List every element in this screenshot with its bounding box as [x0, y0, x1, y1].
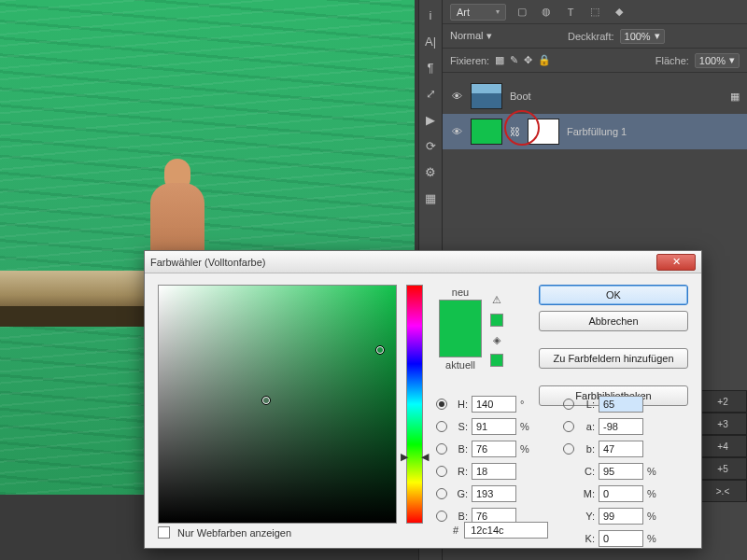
layer-thumbnail[interactable]	[471, 83, 502, 109]
sat-radio[interactable]	[436, 421, 447, 432]
chevron-down-icon: ▾	[496, 7, 500, 16]
current-color-swatch[interactable]	[440, 329, 481, 357]
hex-field[interactable]	[464, 522, 548, 539]
saturation-value-field[interactable]	[158, 285, 397, 524]
kind-filter-label: Art	[457, 7, 470, 18]
play-icon[interactable]: ▶	[421, 110, 440, 129]
layers-panel: 👁 Boot ▦ 👁 ⛓ Farbfüllung 1	[443, 73, 747, 155]
layer-row[interactable]: 👁 Boot ▦	[443, 78, 747, 114]
info-icon[interactable]: i	[421, 6, 440, 24]
lock-move-icon[interactable]: ✥	[524, 54, 532, 66]
bright-radio[interactable]	[436, 443, 447, 455]
a-field[interactable]	[599, 418, 643, 435]
character-panel-icon[interactable]: A|	[421, 32, 440, 50]
r-radio[interactable]	[436, 466, 447, 477]
cancel-button[interactable]: Abbrechen	[539, 311, 688, 331]
panel-tab[interactable]: +4	[698, 435, 747, 457]
lock-brush-icon[interactable]: ✎	[510, 54, 518, 66]
s-label: S:	[451, 421, 468, 432]
k-label: K:	[578, 533, 595, 544]
blend-mode-dropdown[interactable]: Normal ▾	[450, 30, 562, 42]
panel-tab[interactable]: +3	[698, 413, 747, 435]
c-label: C:	[578, 466, 595, 477]
collapsed-panel-tabs: +2 +3 +4 +5 >.<	[698, 390, 747, 502]
fill-field[interactable]: 100%▾	[695, 53, 740, 68]
blend-mode-label: Normal	[450, 30, 483, 41]
m-field[interactable]	[599, 485, 643, 502]
layer-name[interactable]: Farbfüllung 1	[567, 126, 627, 137]
unit-label: °	[520, 399, 533, 410]
g-field[interactable]	[472, 485, 516, 502]
gamut-color-swatch[interactable]	[490, 314, 503, 327]
unit-label: %	[647, 511, 660, 522]
r-field[interactable]	[472, 463, 516, 480]
unit-label: %	[647, 533, 660, 544]
l-field[interactable]	[599, 396, 643, 413]
lock-all-icon[interactable]: 🔒	[538, 54, 551, 66]
filter-adjust-icon[interactable]: ◍	[538, 4, 555, 21]
a-radio[interactable]	[563, 421, 574, 432]
new-color-swatch[interactable]	[440, 301, 481, 329]
a-label: a:	[578, 421, 595, 432]
kind-filter-dropdown[interactable]: Art ▾	[450, 4, 506, 21]
y-field[interactable]	[599, 508, 643, 525]
visibility-eye-icon[interactable]: 👁	[450, 90, 463, 103]
filter-pixel-icon[interactable]: ▢	[514, 4, 530, 21]
add-to-swatches-button[interactable]: Zu Farbfeldern hinzufügen	[539, 348, 688, 369]
hue-slider[interactable]	[406, 285, 423, 524]
layer-row[interactable]: 👁 ⛓ Farbfüllung 1	[443, 114, 747, 149]
filter-shape-icon[interactable]: ⬚	[586, 4, 603, 21]
l-label: L:	[578, 399, 595, 410]
color-cursor[interactable]	[261, 396, 271, 405]
websafe-color-swatch[interactable]	[490, 354, 503, 367]
hue-slider-thumb[interactable]: ▶◀	[401, 451, 429, 460]
filter-type-icon[interactable]: T	[562, 4, 579, 21]
panel-tab[interactable]: >.<	[698, 480, 747, 502]
panel-tab[interactable]: +5	[698, 457, 747, 480]
c-field[interactable]	[599, 463, 643, 480]
color-picker-dialog: Farbwähler (Volltonfarbe) ✕ ▶◀ neu aktue…	[144, 250, 702, 549]
panel-tab[interactable]: +2	[698, 390, 747, 413]
new-color-label: neu	[436, 287, 485, 298]
layer-name[interactable]: Boot	[510, 91, 531, 102]
websafe-cube-icon[interactable]: ◈	[493, 334, 500, 346]
m-label: M:	[578, 488, 595, 499]
navigator-icon[interactable]: ⤢	[421, 84, 440, 103]
blue-radio[interactable]	[436, 511, 447, 522]
lab-b-radio[interactable]	[563, 443, 574, 455]
unit-label: %	[520, 421, 533, 432]
bright-field[interactable]	[472, 441, 516, 457]
lab-b-label: b:	[578, 443, 595, 455]
web-colors-checkbox[interactable]	[158, 526, 170, 539]
l-radio[interactable]	[563, 399, 574, 410]
dialog-titlebar[interactable]: Farbwähler (Volltonfarbe) ✕	[145, 251, 701, 273]
color-cursor[interactable]	[375, 345, 385, 355]
layer-menu-icon[interactable]: ▦	[730, 91, 740, 103]
g-radio[interactable]	[436, 488, 447, 499]
visibility-eye-icon[interactable]: 👁	[450, 125, 463, 138]
opacity-field[interactable]: 100%▾	[620, 29, 665, 44]
r-label: R:	[451, 466, 468, 477]
hue-radio[interactable]	[436, 399, 447, 410]
k-field[interactable]	[599, 530, 643, 547]
lock-transparency-icon[interactable]: ▩	[495, 54, 504, 66]
hue-field[interactable]	[472, 396, 516, 413]
swatches-icon[interactable]: ▦	[421, 189, 440, 207]
history-icon[interactable]: ⟳	[421, 136, 440, 155]
lab-b-field[interactable]	[599, 441, 643, 457]
hex-hash-label: #	[453, 525, 458, 536]
gamut-warning-icon[interactable]: ⚠	[492, 294, 501, 306]
fill-layer-thumbnail[interactable]	[471, 119, 502, 145]
chevron-down-icon: ▾	[486, 30, 492, 41]
filter-smart-icon[interactable]: ◆	[611, 4, 627, 21]
paragraph-panel-icon[interactable]: ¶	[421, 58, 440, 77]
unit-label: %	[647, 466, 660, 477]
close-button[interactable]: ✕	[656, 254, 696, 271]
layer-mask-thumbnail[interactable]	[528, 119, 559, 145]
ok-button[interactable]: OK	[539, 285, 688, 305]
sat-field[interactable]	[472, 418, 516, 435]
blue-label: B:	[451, 511, 468, 522]
link-icon[interactable]: ⛓	[510, 126, 520, 137]
properties-icon[interactable]: ⚙	[421, 162, 440, 181]
web-colors-label: Nur Webfarben anzeigen	[177, 527, 291, 539]
